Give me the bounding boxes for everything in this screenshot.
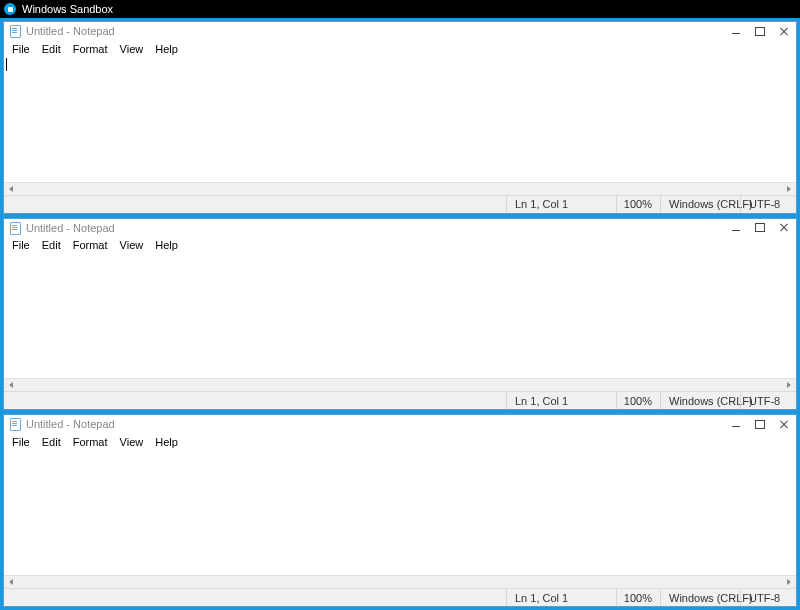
menu-help[interactable]: Help (149, 42, 184, 56)
status-line-ending: Windows (CRLF) (660, 392, 740, 409)
menu-file[interactable]: File (6, 42, 36, 56)
sandbox-titlebar[interactable]: Windows Sandbox (0, 0, 800, 18)
notepad-title: Untitled - Notepad (26, 222, 115, 234)
notepad-textarea[interactable] (4, 254, 796, 379)
notepad-titlebar[interactable]: Untitled - Notepad (4, 415, 796, 433)
close-button[interactable] (772, 219, 796, 237)
status-line-col: Ln 1, Col 1 (506, 196, 616, 213)
text-caret (6, 58, 7, 71)
status-spacer (4, 589, 506, 606)
notepad-menubar: File Edit Format View Help (4, 40, 796, 57)
notepad-window: Untitled - Notepad File Edit Format View… (3, 21, 797, 214)
status-line-col: Ln 1, Col 1 (506, 392, 616, 409)
notepad-menubar: File Edit Format View Help (4, 433, 796, 450)
menu-format[interactable]: Format (67, 238, 114, 252)
scroll-left-icon[interactable] (4, 379, 18, 392)
horizontal-scrollbar[interactable] (4, 378, 796, 391)
menu-help[interactable]: Help (149, 238, 184, 252)
notepad-icon (8, 221, 22, 235)
scroll-right-icon[interactable] (782, 576, 796, 589)
status-encoding: UTF-8 (740, 196, 796, 213)
status-zoom: 100% (616, 392, 660, 409)
scroll-right-icon[interactable] (782, 379, 796, 392)
horizontal-scrollbar[interactable] (4, 575, 796, 588)
status-spacer (4, 196, 506, 213)
menu-view[interactable]: View (114, 435, 150, 449)
status-zoom: 100% (616, 589, 660, 606)
notepad-icon (8, 417, 22, 431)
sandbox-title: Windows Sandbox (22, 3, 113, 15)
maximize-button[interactable] (748, 415, 772, 433)
sandbox-desktop: Untitled - Notepad File Edit Format View… (0, 18, 800, 610)
menu-file[interactable]: File (6, 435, 36, 449)
close-button[interactable] (772, 22, 796, 40)
notepad-textarea[interactable] (4, 57, 796, 182)
menu-format[interactable]: Format (67, 42, 114, 56)
notepad-titlebar[interactable]: Untitled - Notepad (4, 22, 796, 40)
notepad-statusbar: Ln 1, Col 1 100% Windows (CRLF) UTF-8 (4, 195, 796, 213)
sandbox-icon (4, 3, 16, 15)
notepad-statusbar: Ln 1, Col 1 100% Windows (CRLF) UTF-8 (4, 588, 796, 606)
menu-file[interactable]: File (6, 238, 36, 252)
notepad-menubar: File Edit Format View Help (4, 237, 796, 254)
status-line-col: Ln 1, Col 1 (506, 589, 616, 606)
status-line-ending: Windows (CRLF) (660, 196, 740, 213)
menu-edit[interactable]: Edit (36, 42, 67, 56)
horizontal-scrollbar[interactable] (4, 182, 796, 195)
notepad-titlebar[interactable]: Untitled - Notepad (4, 219, 796, 237)
menu-view[interactable]: View (114, 42, 150, 56)
minimize-button[interactable] (724, 22, 748, 40)
minimize-button[interactable] (724, 219, 748, 237)
status-zoom: 100% (616, 196, 660, 213)
notepad-window: Untitled - Notepad File Edit Format View… (3, 414, 797, 607)
status-spacer (4, 392, 506, 409)
scroll-left-icon[interactable] (4, 182, 18, 195)
scroll-right-icon[interactable] (782, 182, 796, 195)
notepad-textarea[interactable] (4, 450, 796, 575)
minimize-button[interactable] (724, 415, 748, 433)
maximize-button[interactable] (748, 219, 772, 237)
notepad-window: Untitled - Notepad File Edit Format View… (3, 218, 797, 411)
menu-help[interactable]: Help (149, 435, 184, 449)
maximize-button[interactable] (748, 22, 772, 40)
notepad-title: Untitled - Notepad (26, 418, 115, 430)
notepad-title: Untitled - Notepad (26, 25, 115, 37)
status-encoding: UTF-8 (740, 589, 796, 606)
menu-edit[interactable]: Edit (36, 435, 67, 449)
scroll-left-icon[interactable] (4, 576, 18, 589)
status-line-ending: Windows (CRLF) (660, 589, 740, 606)
close-button[interactable] (772, 415, 796, 433)
menu-format[interactable]: Format (67, 435, 114, 449)
menu-edit[interactable]: Edit (36, 238, 67, 252)
menu-view[interactable]: View (114, 238, 150, 252)
notepad-statusbar: Ln 1, Col 1 100% Windows (CRLF) UTF-8 (4, 391, 796, 409)
notepad-icon (8, 24, 22, 38)
status-encoding: UTF-8 (740, 392, 796, 409)
